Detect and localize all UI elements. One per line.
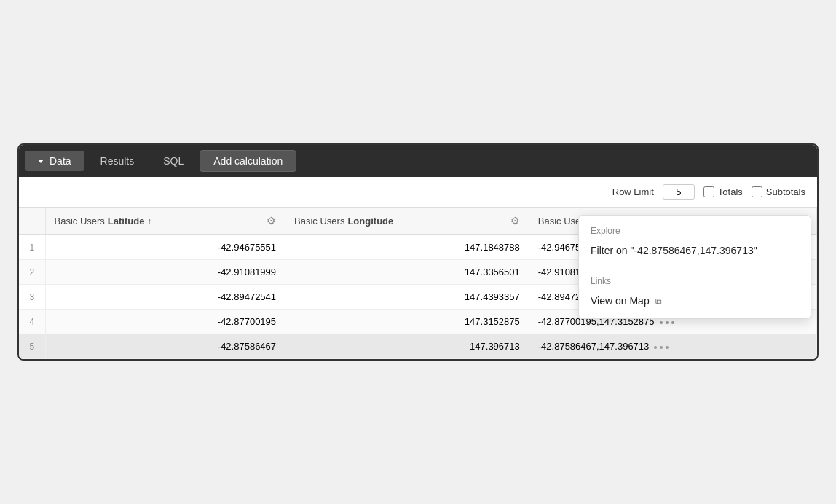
explore-section-label: Explore — [579, 221, 811, 239]
tab-results[interactable]: Results — [87, 151, 148, 171]
latitude-cell: -42.94675551 — [45, 235, 285, 260]
row-number-cell: 4 — [19, 310, 45, 334]
tab-data-label: Data — [50, 155, 71, 167]
longitude-col-field: Longitude — [347, 216, 393, 227]
dot-icon — [671, 321, 674, 324]
context-menu: Explore Filter on "-42.87586467,147.3967… — [578, 215, 811, 319]
latitude-cell: -42.87700195 — [45, 310, 285, 334]
row-number-cell: 1 — [19, 235, 45, 260]
totals-group: Totals — [703, 186, 743, 197]
subtotals-group: Subtotals — [752, 186, 805, 197]
row-number-cell: 2 — [19, 260, 45, 285]
row-options-button[interactable] — [653, 346, 669, 349]
latitude-cell: -42.91081999 — [45, 260, 285, 285]
tab-add-calc-label: Add calculation — [213, 155, 283, 167]
row-number-cell: 5 — [19, 334, 45, 359]
longitude-settings-icon[interactable]: ⚙ — [510, 215, 520, 227]
dot-icon — [666, 346, 669, 349]
subtotals-checkbox[interactable] — [752, 186, 762, 197]
row-limit-input[interactable] — [663, 184, 695, 200]
latitude-settings-icon[interactable]: ⚙ — [267, 215, 276, 227]
filter-on-menu-item[interactable]: Filter on "-42.87586467,147.396713" — [579, 239, 811, 262]
menu-divider — [579, 267, 811, 267]
row-options-button[interactable] — [659, 321, 675, 324]
latitude-cell: -42.87586467 — [45, 334, 285, 359]
tab-data[interactable]: Data — [25, 151, 84, 171]
latitude-col-field: Latitude — [108, 216, 145, 227]
links-section-label: Links — [579, 272, 811, 289]
longitude-cell: 147.4393357 — [285, 285, 529, 310]
longitude-cell: 147.3356501 — [285, 260, 529, 285]
totals-checkbox[interactable] — [703, 186, 714, 197]
table-container: Basic Users Latitude ↑ ⚙ Basic Users Lon… — [19, 208, 817, 359]
coordinates-cell: -42.87586467,147.396713 — [529, 334, 816, 359]
longitude-col-prefix: Basic Users — [294, 216, 344, 227]
dot-icon — [660, 346, 663, 349]
dot-icon — [666, 321, 669, 324]
dot-icon — [654, 346, 657, 349]
toolbar: Data Results SQL Add calculation — [19, 145, 817, 177]
subtotals-label: Subtotals — [766, 186, 805, 197]
col-header-longitude: Basic Users Longitude ⚙ — [285, 208, 529, 235]
view-on-map-label: View on Map — [591, 295, 650, 307]
longitude-cell: 147.1848788 — [285, 235, 529, 260]
tab-results-label: Results — [100, 155, 135, 167]
chevron-down-icon — [38, 160, 44, 163]
col-header-latitude: Basic Users Latitude ↑ ⚙ — [45, 208, 285, 235]
latitude-col-prefix: Basic Users — [55, 216, 105, 227]
latitude-cell: -42.89472541 — [45, 285, 285, 310]
totals-label: Totals — [718, 186, 743, 197]
table-row: 5-42.87586467147.396713-42.87586467,147.… — [19, 334, 817, 359]
col-header-rownum — [19, 208, 45, 235]
longitude-cell: 147.3152875 — [285, 310, 529, 334]
sort-arrow-icon: ↑ — [147, 216, 151, 225]
dot-icon — [660, 321, 663, 324]
external-link-icon: ⧉ — [655, 296, 662, 307]
main-window: Data Results SQL Add calculation Row Lim… — [17, 143, 819, 361]
tab-add-calculation[interactable]: Add calculation — [200, 150, 296, 172]
tab-sql[interactable]: SQL — [150, 151, 197, 171]
longitude-cell: 147.396713 — [285, 334, 529, 359]
coordinates-value: -42.87586467,147.396713 — [538, 341, 650, 352]
tab-sql-label: SQL — [163, 155, 184, 167]
view-on-map-menu-item[interactable]: View on Map ⧉ — [579, 289, 811, 312]
row-limit-label: Row Limit — [612, 186, 654, 197]
row-number-cell: 3 — [19, 285, 45, 310]
options-bar: Row Limit Totals Subtotals — [19, 177, 817, 208]
